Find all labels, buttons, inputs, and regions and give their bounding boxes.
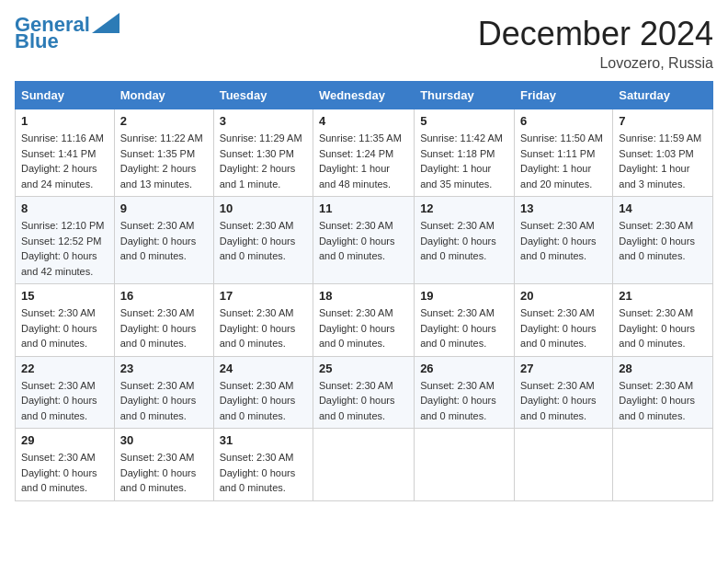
day-number: 20: [520, 289, 607, 303]
day-info: Sunset: 2:30 AM Daylight: 0 hours and 0 …: [21, 305, 108, 351]
calendar-week-row: 22Sunset: 2:30 AM Daylight: 0 hours and …: [16, 356, 713, 429]
day-info: Sunset: 2:30 AM Daylight: 0 hours and 0 …: [120, 378, 208, 424]
calendar-header-row: SundayMondayTuesdayWednesdayThursdayFrid…: [16, 82, 713, 109]
day-number: 16: [120, 289, 208, 303]
calendar-day-header: Tuesday: [213, 82, 313, 109]
day-info: Sunset: 2:30 AM Daylight: 0 hours and 0 …: [520, 218, 607, 264]
day-number: 3: [220, 114, 307, 128]
calendar-week-row: 8Sunrise: 12:10 PM Sunset: 12:52 PM Dayl…: [16, 197, 713, 284]
calendar-day-header: Thursday: [415, 82, 515, 109]
calendar-cell: 10Sunset: 2:30 AM Daylight: 0 hours and …: [213, 197, 313, 284]
day-number: 30: [120, 433, 208, 447]
day-info: Sunset: 2:30 AM Daylight: 0 hours and 0 …: [319, 378, 408, 424]
day-number: 27: [520, 362, 607, 375]
calendar-cell: 16Sunset: 2:30 AM Daylight: 0 hours and …: [114, 284, 213, 357]
calendar-table: SundayMondayTuesdayWednesdayThursdayFrid…: [15, 81, 713, 501]
day-info: Sunrise: 11:59 AM Sunset: 1:03 PM Daylig…: [619, 131, 707, 191]
day-info: Sunset: 2:30 AM Daylight: 0 hours and 0 …: [120, 450, 208, 496]
day-info: Sunset: 2:30 AM Daylight: 0 hours and 0 …: [220, 450, 307, 496]
logo: General Blue: [15, 15, 119, 52]
day-number: 31: [220, 433, 307, 447]
day-info: Sunset: 2:30 AM Daylight: 0 hours and 0 …: [520, 378, 607, 424]
day-info: Sunrise: 11:50 AM Sunset: 1:11 PM Daylig…: [520, 131, 607, 191]
calendar-cell: [613, 429, 713, 501]
day-number: 18: [319, 289, 408, 303]
svg-marker-0: [92, 13, 119, 33]
calendar-cell: 23Sunset: 2:30 AM Daylight: 0 hours and …: [114, 356, 213, 429]
day-info: Sunset: 2:30 AM Daylight: 0 hours and 0 …: [420, 378, 508, 424]
calendar-cell: 7Sunrise: 11:59 AM Sunset: 1:03 PM Dayli…: [613, 109, 713, 197]
day-number: 8: [21, 201, 108, 215]
calendar-cell: 18Sunset: 2:30 AM Daylight: 0 hours and …: [313, 284, 414, 357]
day-info: Sunset: 2:30 AM Daylight: 0 hours and 0 …: [120, 218, 208, 264]
calendar-cell: 6Sunrise: 11:50 AM Sunset: 1:11 PM Dayli…: [515, 109, 613, 197]
calendar-week-row: 15Sunset: 2:30 AM Daylight: 0 hours and …: [16, 284, 713, 357]
calendar-cell: 26Sunset: 2:30 AM Daylight: 0 hours and …: [415, 356, 515, 429]
day-number: 12: [420, 201, 508, 215]
day-info: Sunset: 2:30 AM Daylight: 0 hours and 0 …: [319, 305, 408, 351]
day-info: Sunrise: 12:10 PM Sunset: 12:52 PM Dayli…: [21, 218, 108, 279]
day-info: Sunset: 2:30 AM Daylight: 0 hours and 0 …: [619, 305, 707, 351]
day-number: 2: [120, 114, 208, 128]
day-info: Sunrise: 11:29 AM Sunset: 1:30 PM Daylig…: [220, 131, 307, 191]
logo-arrow-icon: [92, 13, 119, 33]
calendar-cell: 5Sunrise: 11:42 AM Sunset: 1:18 PM Dayli…: [415, 109, 515, 197]
calendar-day-header: Friday: [515, 82, 613, 109]
calendar-cell: 28Sunset: 2:30 AM Daylight: 0 hours and …: [613, 356, 713, 429]
day-info: Sunset: 2:30 AM Daylight: 0 hours and 0 …: [619, 378, 707, 424]
day-info: Sunset: 2:30 AM Daylight: 0 hours and 0 …: [420, 305, 508, 351]
calendar-cell: 30Sunset: 2:30 AM Daylight: 0 hours and …: [114, 429, 213, 501]
calendar-cell: 1Sunrise: 11:16 AM Sunset: 1:41 PM Dayli…: [16, 109, 115, 197]
day-number: 13: [520, 201, 607, 215]
calendar-cell: 14Sunset: 2:30 AM Daylight: 0 hours and …: [613, 197, 713, 284]
day-number: 15: [21, 289, 108, 303]
calendar-cell: 20Sunset: 2:30 AM Daylight: 0 hours and …: [515, 284, 613, 357]
calendar-day-header: Wednesday: [313, 82, 414, 109]
day-number: 6: [520, 114, 607, 128]
location-title: Lovozero, Russia: [478, 55, 713, 72]
day-info: Sunrise: 11:16 AM Sunset: 1:41 PM Daylig…: [21, 131, 108, 191]
day-number: 11: [319, 201, 408, 215]
calendar-cell: 15Sunset: 2:30 AM Daylight: 0 hours and …: [16, 284, 115, 357]
day-number: 19: [420, 289, 508, 303]
title-area: December 2024 Lovozero, Russia: [478, 15, 713, 72]
day-number: 5: [420, 114, 508, 128]
day-number: 9: [120, 201, 208, 215]
calendar-cell: 21Sunset: 2:30 AM Daylight: 0 hours and …: [613, 284, 713, 357]
month-title: December 2024: [478, 15, 713, 53]
day-info: Sunset: 2:30 AM Daylight: 0 hours and 0 …: [619, 218, 707, 264]
day-info: Sunset: 2:30 AM Daylight: 0 hours and 0 …: [120, 305, 208, 351]
day-number: 1: [21, 114, 108, 128]
calendar-cell: [515, 429, 613, 501]
day-number: 10: [220, 201, 307, 215]
calendar-cell: 17Sunset: 2:30 AM Daylight: 0 hours and …: [213, 284, 313, 357]
day-info: Sunrise: 11:35 AM Sunset: 1:24 PM Daylig…: [319, 131, 408, 191]
calendar-day-header: Sunday: [16, 82, 115, 109]
header: General Blue December 2024 Lovozero, Rus…: [15, 15, 713, 72]
day-number: 29: [21, 433, 108, 447]
day-number: 23: [120, 362, 208, 375]
day-info: Sunrise: 11:22 AM Sunset: 1:35 PM Daylig…: [120, 131, 208, 191]
day-info: Sunset: 2:30 AM Daylight: 0 hours and 0 …: [420, 218, 508, 264]
day-info: Sunrise: 11:42 AM Sunset: 1:18 PM Daylig…: [420, 131, 508, 191]
calendar-cell: 4Sunrise: 11:35 AM Sunset: 1:24 PM Dayli…: [313, 109, 414, 197]
calendar-cell: 8Sunrise: 12:10 PM Sunset: 12:52 PM Dayl…: [16, 197, 115, 284]
calendar-cell: 2Sunrise: 11:22 AM Sunset: 1:35 PM Dayli…: [114, 109, 213, 197]
calendar-cell: 29Sunset: 2:30 AM Daylight: 0 hours and …: [16, 429, 115, 501]
calendar-cell: 19Sunset: 2:30 AM Daylight: 0 hours and …: [415, 284, 515, 357]
calendar-day-header: Saturday: [613, 82, 713, 109]
day-number: 7: [619, 114, 707, 128]
day-number: 28: [619, 362, 707, 375]
calendar-cell: 27Sunset: 2:30 AM Daylight: 0 hours and …: [515, 356, 613, 429]
day-number: 24: [220, 362, 307, 375]
day-info: Sunset: 2:30 AM Daylight: 0 hours and 0 …: [319, 218, 408, 264]
calendar-cell: 31Sunset: 2:30 AM Daylight: 0 hours and …: [213, 429, 313, 501]
day-info: Sunset: 2:30 AM Daylight: 0 hours and 0 …: [220, 218, 307, 264]
day-number: 26: [420, 362, 508, 375]
day-number: 14: [619, 201, 707, 215]
calendar-cell: 22Sunset: 2:30 AM Daylight: 0 hours and …: [16, 356, 115, 429]
calendar-cell: 3Sunrise: 11:29 AM Sunset: 1:30 PM Dayli…: [213, 109, 313, 197]
day-info: Sunset: 2:30 AM Daylight: 0 hours and 0 …: [220, 305, 307, 351]
calendar-day-header: Monday: [114, 82, 213, 109]
logo-blue-text: Blue: [15, 31, 59, 52]
